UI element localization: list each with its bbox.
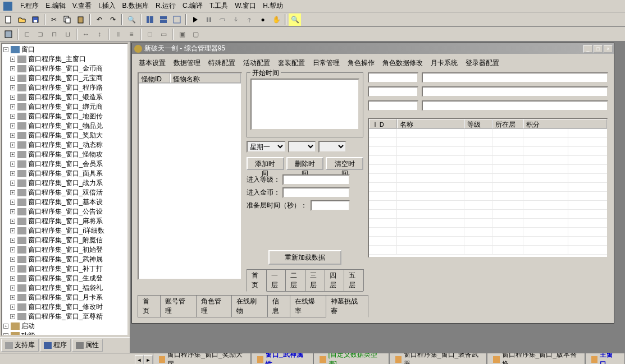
right-input-1a[interactable] [368, 72, 418, 83]
close-button[interactable]: × [604, 45, 613, 53]
floor-tab[interactable]: 五层 [344, 269, 364, 291]
tree-node[interactable]: +窗口程序集_窗口_怪物攻 [3, 150, 126, 159]
tree-node[interactable]: +窗口程序集_窗口_附魔信 [3, 236, 126, 245]
expand-icon[interactable]: + [10, 114, 15, 119]
tree-node[interactable]: +窗口程序集_窗口_元宝商 [3, 73, 126, 83]
dist-v-icon[interactable]: ≡ [125, 28, 138, 40]
expand-icon[interactable]: + [10, 133, 15, 138]
form-menu-item[interactable]: 角色操作 [346, 57, 376, 69]
expand-icon[interactable]: + [10, 76, 15, 81]
col-monster-name[interactable]: 怪物名称 [170, 73, 241, 83]
tree-node[interactable]: +窗口程序集_主窗口 [3, 54, 126, 64]
form-menu-item[interactable]: 基本设置 [138, 57, 167, 69]
expand-icon[interactable]: + [10, 85, 15, 90]
prepare-time-input[interactable] [311, 200, 350, 211]
col-monster-id[interactable]: 怪物ID [139, 73, 170, 83]
table-row[interactable] [369, 201, 607, 210]
enter-level-input[interactable] [282, 174, 350, 185]
right-input-2b[interactable] [422, 86, 608, 97]
table-row[interactable] [369, 210, 607, 219]
expand-icon[interactable]: + [10, 314, 15, 319]
expand-icon[interactable]: + [10, 171, 15, 176]
expand-icon[interactable]: + [10, 276, 15, 281]
menu-H.帮助[interactable]: H.帮助 [259, 0, 286, 12]
expand-icon[interactable]: + [10, 285, 15, 291]
tree-node[interactable]: +窗口程序集_窗口_金币商 [3, 64, 126, 73]
time-listbox[interactable] [250, 79, 359, 130]
menu-R.运行[interactable]: R.运行 [152, 0, 179, 12]
front-icon[interactable]: ▣ [176, 28, 188, 40]
form-menu-item[interactable]: 登录器配置 [464, 57, 500, 69]
undo-icon[interactable]: ↶ [93, 13, 106, 26]
floor-tab[interactable]: 四层 [325, 269, 345, 291]
new-icon[interactable] [2, 13, 15, 26]
monster-listview[interactable]: 怪物ID 怪物名称 [138, 72, 242, 280]
tree-node[interactable]: +窗口程序集_窗口_i详细数 [3, 226, 126, 236]
tree-node[interactable]: +窗口程序集_窗口_武神属 [3, 255, 126, 264]
expand-icon[interactable]: + [10, 152, 15, 157]
tree-node[interactable]: +窗口程序集_窗口_福袋礼 [3, 283, 126, 293]
expand-icon[interactable]: + [10, 209, 15, 214]
manager-tab[interactable]: 在线刷物 [231, 295, 268, 317]
form-menu-item[interactable]: 数据管理 [172, 57, 202, 69]
step-out-icon[interactable] [243, 13, 256, 26]
align-bottom-icon[interactable]: ⊔ [61, 28, 74, 40]
clear-time-button[interactable]: 清空时间 [326, 157, 363, 170]
tree-node[interactable]: +窗口程序集_窗口_初始登 [3, 245, 126, 255]
minute-select[interactable] [318, 141, 346, 153]
tree-node[interactable]: +窗口程序集_窗口_补丁打 [3, 264, 126, 274]
minimize-button[interactable]: _ [583, 45, 592, 53]
paste-icon[interactable] [75, 13, 87, 26]
breakpoint-icon[interactable]: ● [257, 13, 269, 26]
right-input-1b[interactable] [422, 72, 608, 83]
form-menu-item[interactable]: 套装配置 [277, 57, 306, 69]
align-top-icon[interactable]: ⊓ [48, 28, 60, 40]
form-menu-item[interactable]: 月卡系统 [430, 57, 459, 69]
manager-tab[interactable]: 角色管理 [196, 295, 232, 317]
tree-node[interactable]: +窗口程序集_窗口_基本设 [3, 197, 126, 207]
manager-tab[interactable]: 信息 [267, 295, 290, 317]
table-row[interactable] [369, 192, 607, 201]
form-menu-item[interactable]: 角色数据修改 [381, 57, 424, 69]
expand-icon[interactable]: + [10, 266, 15, 271]
copy-icon[interactable] [61, 13, 74, 26]
menu-B.数据库[interactable]: B.数据库 [119, 0, 152, 12]
expand-icon[interactable]: + [10, 228, 15, 233]
enter-gold-input[interactable] [282, 187, 350, 198]
form-menu-item[interactable]: 特殊配置 [207, 57, 236, 69]
menu-E.编辑[interactable]: E.编辑 [42, 0, 69, 12]
expand-icon[interactable]: + [10, 104, 15, 109]
step-into-icon[interactable] [230, 13, 242, 26]
tree-node[interactable]: +功能 [3, 331, 126, 336]
tree-node[interactable]: +窗口程序集_窗口_物品兑 [3, 121, 126, 131]
expand-icon[interactable]: + [10, 238, 15, 243]
tree-node[interactable]: +窗口程序集_窗口_地图传 [3, 112, 126, 121]
maximize-button[interactable]: □ [594, 45, 603, 53]
dist-h-icon[interactable]: ⫴ [112, 28, 124, 40]
tree-node[interactable]: +窗口程序集_窗口_月卡系 [3, 293, 126, 302]
menu-W.窗口[interactable]: W.窗口 [231, 0, 259, 12]
tree-node[interactable]: +窗口程序集_窗口_程序路 [3, 83, 126, 93]
tree-node[interactable]: +启动 [3, 321, 126, 331]
expand-icon[interactable]: + [10, 219, 15, 224]
table-row[interactable] [369, 165, 607, 174]
expand-icon[interactable]: + [10, 95, 15, 100]
tree-node[interactable]: +窗口程序集_窗口_锻造系 [3, 93, 126, 102]
hand-icon[interactable]: ✋ [270, 13, 282, 26]
table-row[interactable] [369, 219, 607, 228]
center-v-icon[interactable]: ↕ [93, 28, 106, 40]
right-input-3a[interactable] [368, 100, 418, 111]
col-name[interactable]: 名称 [397, 119, 464, 128]
layout2-icon[interactable] [157, 13, 170, 26]
project-tree[interactable]: −窗口+窗口程序集_主窗口+窗口程序集_窗口_金币商+窗口程序集_窗口_元宝商+… [1, 43, 129, 336]
tab-support-lib[interactable]: 支持库 [1, 339, 39, 352]
expand-icon[interactable]: + [10, 247, 15, 252]
tree-node[interactable]: +窗口程序集_窗口_修改时 [3, 302, 126, 312]
expand-icon[interactable]: + [10, 181, 15, 186]
table-row[interactable] [369, 246, 607, 255]
manager-tab[interactable]: 神墓挑战赛 [326, 295, 368, 317]
table-row[interactable] [369, 237, 607, 246]
menu-F.程序[interactable]: F.程序 [17, 0, 42, 12]
menu-I.插入[interactable]: I.插入 [95, 0, 119, 12]
add-time-button[interactable]: 添加时间 [247, 157, 284, 170]
